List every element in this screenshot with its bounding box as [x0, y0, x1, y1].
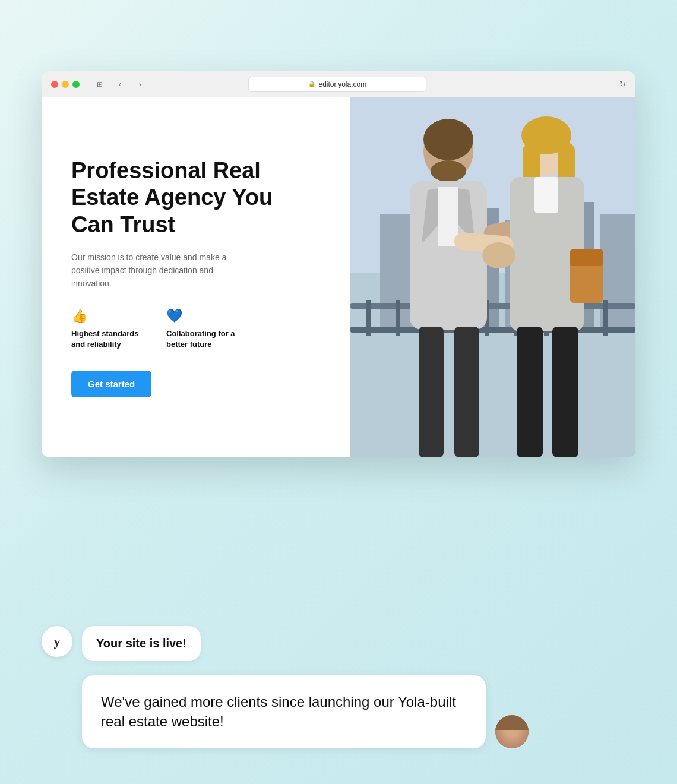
svg-point-21	[431, 160, 466, 182]
hero-description: Our mission is to create value and make …	[71, 251, 238, 290]
handshake-background: Unsplash Unsplash Unsplash Unsplash Unsp…	[350, 97, 635, 457]
user-avatar	[495, 715, 529, 748]
chat-area: y Your site is live! We've gained more c…	[42, 626, 635, 748]
feature-item-1: 👍 Highest standards and reliability	[71, 308, 143, 350]
svg-rect-37	[570, 261, 603, 303]
browser-chrome: ⊞ ‹ › 🔒 editor.yola.com ↻	[42, 71, 635, 97]
hero-title: Professional Real Estate Agency You Can …	[71, 157, 321, 239]
minimize-button[interactable]	[62, 81, 69, 88]
url-text: editor.yola.com	[318, 80, 366, 88]
yola-avatar: y	[42, 626, 72, 657]
sent-message-bubble: We've gained more clients since launchin…	[82, 675, 486, 748]
svg-rect-9	[350, 303, 635, 309]
svg-rect-34	[534, 177, 558, 213]
reload-button[interactable]: ↻	[619, 80, 626, 88]
browser-icon-group: ⊞ ‹ ›	[91, 78, 148, 90]
left-panel: Professional Real Estate Agency You Can …	[42, 97, 350, 457]
svg-rect-40	[552, 327, 578, 457]
feature-item-2: 💙 Collaborating for a better future	[166, 308, 238, 350]
svg-rect-39	[517, 327, 543, 457]
thumbsup-icon: 👍	[71, 308, 143, 324]
svg-rect-28	[454, 327, 479, 457]
lock-icon: 🔒	[308, 81, 315, 87]
features-row: 👍 Highest standards and reliability 💙 Co…	[71, 308, 321, 350]
received-message-container: y Your site is live!	[42, 626, 635, 661]
back-button[interactable]: ‹	[112, 78, 128, 90]
heart-icon: 💙	[166, 308, 238, 324]
forward-button[interactable]: ›	[132, 78, 148, 90]
svg-rect-8	[350, 327, 635, 333]
svg-rect-38	[570, 249, 603, 266]
user-avatar-face	[495, 715, 529, 748]
close-button[interactable]	[51, 81, 58, 88]
traffic-lights	[51, 81, 80, 88]
svg-rect-27	[419, 327, 444, 457]
svg-point-20	[423, 119, 473, 160]
svg-point-36	[482, 242, 515, 268]
cta-button[interactable]: Get started	[71, 371, 151, 397]
right-panel: Unsplash Unsplash Unsplash Unsplash Unsp…	[350, 97, 635, 457]
sidebar-toggle-button[interactable]: ⊞	[91, 78, 108, 90]
sent-message-container: We've gained more clients since launchin…	[42, 675, 635, 748]
feature-label-2: Collaborating for a better future	[166, 328, 238, 350]
received-message-bubble: Your site is live!	[82, 626, 201, 661]
browser-window: ⊞ ‹ › 🔒 editor.yola.com ↻ Professional R…	[42, 71, 635, 457]
browser-content: Professional Real Estate Agency You Can …	[42, 97, 635, 457]
people-illustration	[350, 97, 635, 457]
address-bar[interactable]: 🔒 editor.yola.com	[248, 77, 426, 92]
hero-image: Unsplash Unsplash Unsplash Unsplash Unsp…	[350, 97, 635, 457]
maximize-button[interactable]	[72, 81, 80, 88]
feature-label-1: Highest standards and reliability	[71, 328, 143, 350]
